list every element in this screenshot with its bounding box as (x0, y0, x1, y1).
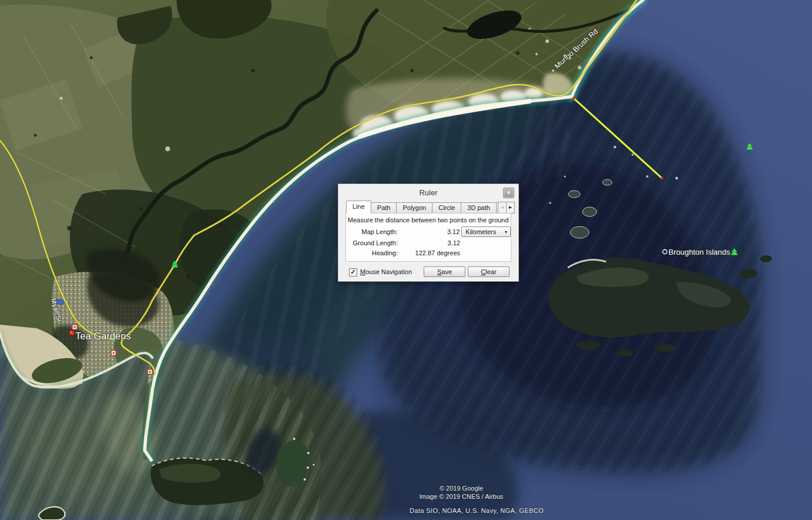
poi-box-icon[interactable] (111, 351, 116, 355)
google-earth-viewport[interactable]: Mungo Brush Rd Myall St Tea Gardens Brou… (0, 0, 812, 520)
save-button[interactable]: Save (424, 266, 465, 277)
mouse-navigation-label: Mouse Navigation (360, 268, 412, 275)
tab-line[interactable]: Line (346, 201, 371, 214)
ground-length-label: Ground Length: (346, 239, 398, 246)
heading-value: 122.87 degrees (398, 249, 460, 256)
measure-description: Measure the distance between two points … (346, 214, 511, 224)
tab-strip: Line Path Polygon Circle 3D path 3D poly (346, 201, 498, 214)
clear-button[interactable]: Clear (468, 266, 510, 277)
attribution-line: Data SIO, NOAA, U.S. Navy, NGA, GEBCO (410, 507, 544, 514)
map-length-label: Map Length: (346, 228, 398, 235)
placemark-pin-icon[interactable] (69, 330, 74, 335)
ruler-tab-page: Measure the distance between two points … (345, 213, 511, 262)
tab-scroll-right-icon[interactable]: ► (506, 202, 515, 214)
tab-scroll-left-icon[interactable]: ◄ (498, 202, 506, 214)
tab-circle[interactable]: Circle (432, 202, 461, 214)
measure-end-handle[interactable] (661, 177, 663, 179)
islands-label: Broughton Islands (668, 248, 730, 256)
attribution-line: © 2019 Google (440, 485, 483, 492)
tab-path[interactable]: Path (371, 202, 397, 214)
unit-dropdown[interactable]: Kilometers ▼ (461, 226, 511, 237)
tab-3d-path[interactable]: 3D path (461, 202, 497, 214)
measure-start-handle[interactable] (573, 97, 575, 100)
unit-dropdown-value: Kilometers (462, 228, 502, 235)
tab-polygon[interactable]: Polygon (397, 202, 432, 214)
ruler-dialog: Ruler × Line Path Polygon Circle 3D path… (338, 184, 519, 282)
chevron-down-icon: ▼ (502, 230, 510, 234)
ground-length-value: 3.12 (398, 239, 460, 246)
mouse-navigation-checkbox[interactable]: ✓ (349, 268, 357, 276)
heading-label: Heading: (346, 249, 398, 256)
ruler-dialog-titlebar[interactable]: Ruler (338, 184, 518, 201)
attribution-line: Image © 2019 CNES / Airbus (420, 493, 504, 500)
dialog-title: Ruler (419, 188, 437, 197)
close-icon[interactable]: × (503, 188, 514, 198)
checkmark-icon: ✓ (350, 268, 355, 275)
map-length-value: 3.12 (398, 228, 460, 235)
poi-box-icon[interactable] (72, 325, 77, 329)
poi-box-icon[interactable] (148, 369, 152, 374)
town-label: Tea Gardens (75, 331, 131, 341)
